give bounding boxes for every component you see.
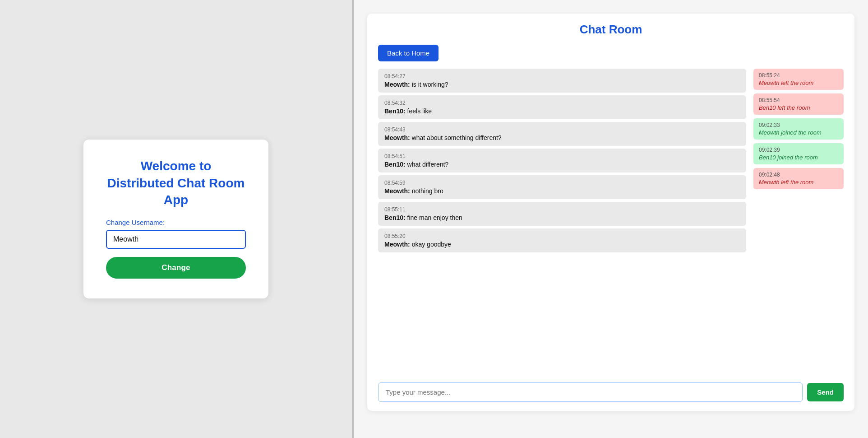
message-timestamp: 08:54:43 bbox=[384, 126, 740, 133]
back-to-home-button[interactable]: Back to Home bbox=[378, 45, 439, 61]
event-item: 08:55:54Ben10 left the room bbox=[753, 93, 844, 115]
message-text: Ben10: fine man enjoy then bbox=[384, 214, 740, 221]
message-text: Ben10: what different? bbox=[384, 161, 740, 168]
event-timestamp: 08:55:54 bbox=[759, 97, 838, 103]
event-item: 09:02:39Ben10 joined the room bbox=[753, 143, 844, 164]
events-area: 08:55:24Meowth left the room08:55:54Ben1… bbox=[753, 69, 844, 375]
messages-area: 08:54:27Meowth: is it working?08:54:32Be… bbox=[378, 69, 746, 375]
message-item: 08:55:20Meowth: okay goodbye bbox=[378, 228, 746, 252]
chat-container: Chat Room Back to Home 08:54:27Meowth: i… bbox=[367, 14, 854, 411]
left-panel: Welcome to Distributed Chat Room App Cha… bbox=[0, 0, 352, 438]
event-item: 09:02:48Meowth left the room bbox=[753, 168, 844, 189]
welcome-card: Welcome to Distributed Chat Room App Cha… bbox=[83, 140, 268, 298]
message-item: 08:54:27Meowth: is it working? bbox=[378, 69, 746, 93]
event-text: Ben10 left the room bbox=[759, 104, 838, 111]
message-text: Meowth: nothing bro bbox=[384, 187, 740, 195]
message-text: Meowth: what about something different? bbox=[384, 134, 740, 141]
message-text: Meowth: okay goodbye bbox=[384, 241, 740, 248]
right-panel: Chat Room Back to Home 08:54:27Meowth: i… bbox=[354, 0, 868, 438]
message-item: 08:54:51Ben10: what different? bbox=[378, 149, 746, 172]
change-username-label: Change Username: bbox=[106, 219, 165, 226]
message-item: 08:54:43Meowth: what about something dif… bbox=[378, 122, 746, 146]
event-text: Meowth left the room bbox=[759, 179, 838, 186]
event-timestamp: 09:02:33 bbox=[759, 122, 838, 128]
message-timestamp: 08:54:51 bbox=[384, 153, 740, 159]
event-item: 09:02:33Meowth joined the room bbox=[753, 118, 844, 140]
send-button[interactable]: Send bbox=[807, 383, 844, 401]
event-timestamp: 09:02:48 bbox=[759, 172, 838, 178]
message-timestamp: 08:54:59 bbox=[384, 180, 740, 186]
event-timestamp: 09:02:39 bbox=[759, 147, 838, 153]
chat-title: Chat Room bbox=[378, 23, 844, 37]
event-text: Meowth left the room bbox=[759, 79, 838, 86]
event-text: Ben10 joined the room bbox=[759, 154, 838, 161]
welcome-title: Welcome to Distributed Chat Room App bbox=[106, 158, 246, 209]
message-timestamp: 08:54:27 bbox=[384, 73, 740, 79]
event-timestamp: 08:55:24 bbox=[759, 72, 838, 79]
change-button[interactable]: Change bbox=[106, 257, 246, 279]
message-item: 08:55:11Ben10: fine man enjoy then bbox=[378, 202, 746, 226]
username-input[interactable] bbox=[106, 230, 246, 249]
message-item: 08:54:32Ben10: feels like bbox=[378, 95, 746, 119]
event-item: 08:55:24Meowth left the room bbox=[753, 69, 844, 90]
message-text: Ben10: feels like bbox=[384, 107, 740, 115]
message-input[interactable] bbox=[378, 382, 803, 402]
message-timestamp: 08:55:20 bbox=[384, 233, 740, 239]
message-timestamp: 08:55:11 bbox=[384, 206, 740, 213]
event-text: Meowth joined the room bbox=[759, 129, 838, 136]
message-item: 08:54:59Meowth: nothing bro bbox=[378, 175, 746, 199]
message-text: Meowth: is it working? bbox=[384, 81, 740, 88]
message-timestamp: 08:54:32 bbox=[384, 100, 740, 106]
input-area: Send bbox=[378, 382, 844, 402]
chat-body: 08:54:27Meowth: is it working?08:54:32Be… bbox=[378, 69, 844, 375]
